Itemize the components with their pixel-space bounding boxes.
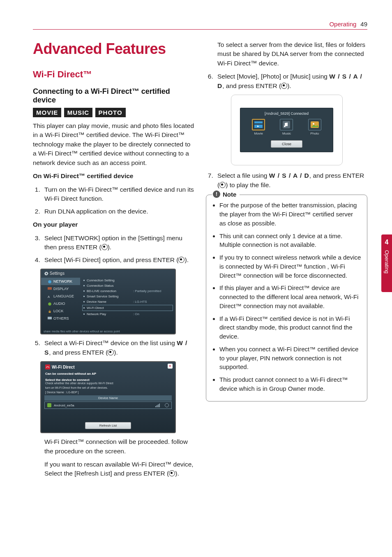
ss2-line3c: [ Device Name : LG-BDP ]: [45, 391, 171, 394]
enter-icon: [219, 182, 226, 188]
note-icon: !: [213, 190, 220, 198]
svg-rect-5: [48, 317, 52, 319]
note-item: When you connect a Wi-Fi Direct™ certifi…: [219, 345, 361, 371]
step-5-list: Select a Wi-Fi Direct™ device on the lis…: [33, 339, 194, 357]
header-section: Operating: [329, 21, 356, 28]
right-column: To select a server from the device list,…: [206, 40, 367, 483]
note-box: ! Note For the purpose of the better tra…: [206, 195, 367, 401]
note-legend: ! Note: [212, 190, 240, 198]
intro-paragraph: This player can play movie, music and ph…: [33, 121, 194, 167]
ss3-icons: Movie Music: [244, 119, 329, 135]
right-intro: To select a server from the device list,…: [217, 40, 367, 68]
after-step5-b: If you want to rescan available Wi-Fi Di…: [44, 460, 194, 478]
ss2-line2: Select the device to connect: [45, 378, 171, 382]
enter-icon: [178, 257, 184, 263]
ss2-line3b: turn on Wi-Fi Direct from the set of oth…: [45, 386, 171, 389]
side-tab-label: Operating: [384, 250, 390, 274]
ss1-menu-language: A LANGUAGE: [41, 292, 80, 300]
close-icon: ✕: [168, 364, 173, 369]
ss1-footer: share media files with other devices wit…: [44, 330, 120, 333]
ss2-line3a: Check whether the other device supports …: [45, 382, 171, 385]
side-tab: 4 Operating: [381, 234, 392, 292]
photo-icon: [308, 119, 321, 130]
ss1-menu-network: NETWORK: [41, 278, 80, 285]
ss1-sidebar: NETWORK DISPLAY A LANGUAGE AUDIO: [41, 269, 80, 334]
ss2-table-header: Device Name: [44, 395, 172, 401]
wifi-direct-icon: [45, 364, 50, 369]
screenshot-settings: Settings NETWORK DISPLAY A LANGUAGE: [40, 269, 176, 334]
ss1-title: Settings: [44, 271, 65, 276]
lock-icon: [48, 309, 52, 313]
signal-icon: [155, 404, 160, 407]
step-4: Select [Wi-Fi Direct] option, and press …: [42, 255, 194, 265]
others-icon: [48, 317, 52, 320]
mode-badges: MOVIE MUSIC PHOTO: [33, 108, 194, 117]
step-5: Select a Wi-Fi Direct™ device on the lis…: [42, 339, 194, 357]
note-item: This unit can connect only 1 device at a…: [219, 232, 361, 250]
display-icon: [48, 287, 52, 290]
subheading-on-player: On your player: [33, 220, 194, 229]
ss3-music: Music: [280, 119, 293, 135]
note-list: For the purpose of the better transmissi…: [212, 201, 361, 393]
ss2-refresh-button: Refresh List: [85, 422, 131, 429]
steps-on-player: Select [NETWORK] option in the [Settings…: [33, 234, 194, 265]
step-6: Select [Movie], [Photo] or [Music] using…: [215, 72, 367, 91]
svg-rect-4: [49, 311, 51, 313]
step-2: Run DLNA application on the device.: [42, 207, 194, 216]
enter-icon: [101, 244, 108, 250]
ss3-dialog: [Android_5829] Connected Movie: [240, 108, 333, 152]
steps-on-device: Turn on the Wi-Fi Direct™ certified devi…: [33, 185, 194, 216]
step-1: Turn on the Wi-Fi Direct™ certified devi…: [42, 185, 194, 204]
mode-music: MUSIC: [64, 108, 92, 117]
screenshot-wifi-direct-list: Wi-Fi Direct ✕ Can be connected without …: [40, 361, 176, 433]
gear-icon: [44, 272, 48, 276]
ss3-title: [Android_5829] Connected: [244, 111, 329, 116]
step-6-list: Select [Movie], [Photo] or [Music] using…: [206, 72, 367, 91]
ss1-content: Connection Setting Connection Status BD-…: [80, 269, 175, 334]
section-heading: Wi-Fi Direct™: [33, 69, 194, 80]
step-3: Select [NETWORK] option in the [Settings…: [42, 234, 194, 252]
subsection-heading: Connecting to a Wi-Fi Direct™ certified …: [33, 87, 194, 104]
page: Operating 49 Advanced Features Wi-Fi Dir…: [0, 0, 392, 557]
ss1-menu-audio: AUDIO: [41, 300, 80, 307]
svg-text:A: A: [48, 295, 50, 299]
screenshot-connected-wrap: [Android_5829] Connected Movie: [206, 95, 367, 165]
globe-icon: [48, 280, 52, 283]
ss1-menu-lock: LOCK: [41, 307, 80, 315]
ss3-photo: Photo: [308, 119, 321, 135]
ss1-menu-display: DISPLAY: [41, 285, 80, 292]
svg-point-3: [48, 302, 51, 306]
step-7: Select a file using W / S / A / D, and p…: [215, 171, 367, 190]
movie-icon: [252, 119, 265, 130]
svg-point-0: [48, 280, 51, 283]
enter-icon: [108, 349, 114, 355]
ss2-title: Wi-Fi Direct: [45, 364, 171, 369]
ss2-line1: Can be connected without an AP: [45, 372, 171, 376]
page-title: Advanced Features: [33, 40, 194, 58]
note-item: For the purpose of the better transmissi…: [219, 201, 361, 227]
header-page-number: 49: [360, 21, 367, 28]
ss3-close-button: Close: [271, 140, 302, 148]
left-column: Advanced Features Wi-Fi Direct™ Connecti…: [33, 40, 194, 483]
note-item: If this player and a Wi-Fi Direct™ devic…: [219, 283, 361, 310]
ss1-menu-others: OTHERS: [41, 315, 80, 322]
device-icon: [47, 403, 51, 407]
side-tab-number: 4: [385, 239, 389, 246]
mode-movie: MOVIE: [33, 108, 61, 117]
note-item: If you try to connect wireless network w…: [219, 253, 361, 280]
enter-icon: [281, 83, 287, 89]
svg-rect-8: [254, 121, 263, 123]
radio-icon: [165, 403, 169, 407]
subheading-on-device: On Wi-Fi Direct™ certified device: [33, 172, 194, 181]
audio-icon: [48, 302, 52, 305]
music-icon: [280, 119, 293, 130]
mode-photo: PHOTO: [95, 108, 126, 117]
note-item: This product cannot connect to a Wi-Fi d…: [219, 375, 361, 393]
step-7-list: Select a file using W / S / A / D, and p…: [206, 171, 367, 190]
nav-arrows-icon: W / S / A / D: [269, 172, 309, 179]
svg-point-13: [313, 123, 314, 125]
screenshot-connected: [Android_5829] Connected Movie: [231, 95, 343, 165]
note-label: Note: [223, 191, 236, 198]
note-item: If a Wi-Fi Direct™ certified device is n…: [219, 314, 361, 341]
ss3-movie: Movie: [252, 119, 265, 135]
